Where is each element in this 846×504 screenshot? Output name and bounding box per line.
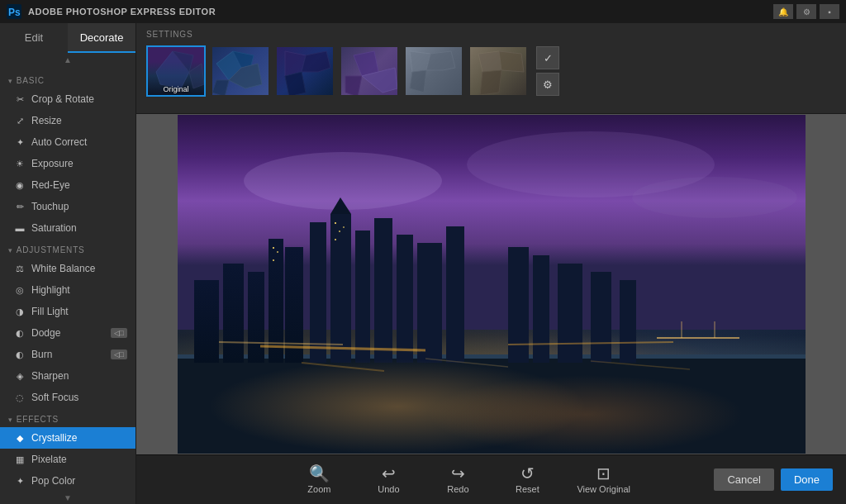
pixelate-icon: ▦	[13, 453, 26, 466]
svg-rect-48	[277, 251, 278, 253]
section-effects: EFFECTS	[0, 408, 135, 427]
dodge-icon: ◐	[13, 326, 26, 340]
svg-rect-46	[178, 297, 806, 454]
sidebar-item-dodge[interactable]: ◐ Dodge ◁□	[0, 322, 135, 344]
auto-correct-label: Auto Correct	[31, 136, 87, 148]
undo-label: Undo	[378, 484, 399, 494]
window-btn[interactable]: ▪	[820, 4, 839, 19]
city-skyline-svg	[178, 115, 806, 454]
tab-decorate[interactable]: Decorate	[68, 23, 135, 53]
undo-btn[interactable]: ↩ Undo	[368, 465, 408, 494]
title-bar: Ps ADOBE PHOTOSHOP EXPRESS EDITOR 🔔 ⚙ ▪	[0, 0, 846, 23]
svg-rect-53	[343, 226, 345, 228]
apply-btn[interactable]: ✓	[536, 46, 559, 69]
thumbnail-crystal1[interactable]	[211, 45, 270, 97]
cancel-button[interactable]: Cancel	[714, 468, 773, 491]
soft-focus-label: Soft Focus	[31, 392, 78, 403]
sidebar-item-pop-color[interactable]: ✦ Pop Color	[0, 470, 135, 491]
white-balance-icon: ⚖	[13, 262, 26, 275]
sidebar-item-exposure[interactable]: ☀ Exposure	[0, 153, 135, 174]
crop-rotate-label: Crop & Rotate	[31, 93, 94, 105]
sidebar-item-sharpen[interactable]: ◈ Sharpen	[0, 365, 135, 387]
thumbnail-crystal4[interactable]	[404, 45, 463, 97]
sidebar-item-crystallize[interactable]: ◆ Crystallize	[0, 427, 135, 449]
done-button[interactable]: Done	[781, 468, 833, 491]
exposure-icon: ☀	[13, 157, 26, 170]
svg-marker-16	[426, 51, 455, 70]
svg-marker-18	[478, 51, 501, 72]
bottom-toolbar: 🔍 Zoom ↩ Undo ↪ Redo ↺ Reset ⊡ View O	[136, 454, 846, 504]
sidebar-item-highlight[interactable]: ◎ Highlight	[0, 279, 135, 301]
resize-icon: ⤢	[13, 114, 26, 127]
sidebar-content: BASIC ✂ Crop & Rotate ⤢ Resize ✦ Auto Co…	[0, 66, 135, 491]
dodge-label: Dodge	[31, 327, 60, 339]
zoom-icon: 🔍	[309, 465, 330, 482]
svg-point-22	[244, 152, 442, 210]
thumbnail-crystal3[interactable]	[340, 45, 399, 97]
zoom-btn[interactable]: 🔍 Zoom	[299, 465, 339, 494]
scroll-top-btn[interactable]: ▲	[0, 53, 135, 66]
notification-btn[interactable]: 🔔	[773, 4, 793, 19]
pop-color-icon: ✦	[13, 474, 26, 487]
thumbnail-crystal2[interactable]	[275, 45, 335, 97]
resize-label: Resize	[31, 115, 62, 126]
thumbnails-row: Original	[146, 45, 836, 97]
svg-marker-20	[480, 70, 501, 95]
svg-marker-4	[189, 64, 204, 88]
window-controls: 🔔 ⚙ ▪	[773, 4, 839, 19]
app-logo: Ps	[7, 4, 21, 19]
sidebar-item-touchup[interactable]: ✏ Touchup	[0, 196, 135, 217]
burn-badge: ◁□	[111, 349, 127, 359]
view-original-btn[interactable]: ⊡ View Original	[577, 465, 630, 494]
settings-btn[interactable]: ⚙	[796, 4, 816, 19]
sidebar-item-white-balance[interactable]: ⚖ White Balance	[0, 258, 135, 279]
sidebar-item-red-eye[interactable]: ◉ Red-Eye	[0, 174, 135, 196]
svg-rect-49	[273, 259, 274, 261]
sidebar-item-auto-correct[interactable]: ✦ Auto Correct	[0, 131, 135, 153]
pixelate-label: Pixelate	[31, 454, 67, 465]
toolbar-right: Cancel Done	[714, 468, 833, 491]
touchup-label: Touchup	[31, 201, 69, 212]
reset-icon: ↺	[520, 465, 535, 482]
redo-label: Redo	[447, 484, 468, 494]
fill-light-icon: ◑	[13, 305, 26, 318]
white-balance-label: White Balance	[31, 263, 95, 274]
sidebar-item-crop-rotate[interactable]: ✂ Crop & Rotate	[0, 88, 135, 110]
sidebar-item-saturation[interactable]: ▬ Saturation	[0, 217, 135, 239]
canvas-area	[136, 114, 846, 454]
fill-light-label: Fill Light	[31, 306, 69, 317]
redo-btn[interactable]: ↪ Redo	[438, 465, 478, 494]
red-eye-label: Red-Eye	[31, 179, 70, 191]
sidebar-item-soft-focus[interactable]: ◌ Soft Focus	[0, 387, 135, 408]
scroll-bottom-btn[interactable]: ▼	[0, 491, 135, 504]
view-original-label: View Original	[577, 484, 630, 494]
saturation-icon: ▬	[13, 221, 26, 235]
sidebar-item-resize[interactable]: ⤢ Resize	[0, 110, 135, 131]
svg-rect-51	[339, 231, 340, 232]
svg-marker-8	[212, 80, 229, 95]
sharpen-label: Sharpen	[31, 370, 69, 382]
thumbnail-original-label: Original	[163, 85, 188, 93]
sidebar-item-fill-light[interactable]: ◑ Fill Light	[0, 301, 135, 322]
dodge-badge: ◁□	[111, 328, 127, 338]
sidebar: Edit Decorate ▲ BASIC ✂ Crop & Rotate ⤢ …	[0, 23, 136, 504]
sidebar-item-burn[interactable]: ◐ Burn ◁□	[0, 344, 135, 365]
highlight-icon: ◎	[13, 283, 26, 297]
saturation-label: Saturation	[31, 222, 77, 234]
sidebar-tabs: Edit Decorate	[0, 23, 135, 53]
crystallize-icon: ◆	[13, 431, 26, 445]
settings-gear-btn[interactable]: ⚙	[536, 73, 559, 96]
reset-btn[interactable]: ↺ Reset	[507, 465, 547, 494]
app-title: ADOBE PHOTOSHOP EXPRESS EDITOR	[28, 7, 767, 17]
svg-marker-17	[410, 70, 426, 93]
highlight-label: Highlight	[31, 284, 70, 296]
crop-rotate-icon: ✂	[13, 93, 26, 106]
thumbnail-crystal5[interactable]	[468, 45, 528, 97]
tab-edit[interactable]: Edit	[0, 23, 68, 53]
sidebar-item-pixelate[interactable]: ▦ Pixelate	[0, 449, 135, 470]
exposure-label: Exposure	[31, 158, 74, 169]
svg-rect-52	[335, 239, 336, 240]
toolbar-center: 🔍 Zoom ↩ Undo ↪ Redo ↺ Reset ⊡ View O	[216, 465, 714, 494]
thumbnail-original[interactable]: Original	[146, 45, 206, 97]
burn-label: Burn	[31, 349, 52, 360]
